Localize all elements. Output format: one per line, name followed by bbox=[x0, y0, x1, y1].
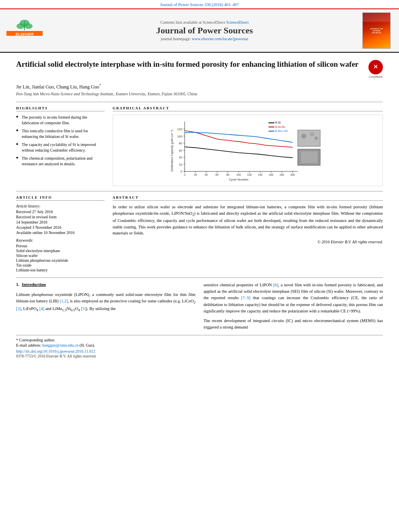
highlights-heading: HIGHLIGHTS bbox=[16, 106, 105, 111]
svg-point-49 bbox=[315, 136, 318, 140]
intro-left-text: Lithium phosphorous oxynitride (LiPON), … bbox=[16, 292, 195, 313]
legend-a-si-l-sn-line bbox=[269, 131, 274, 131]
intro-right-col: sensitive chemical properties of LiPON [… bbox=[204, 282, 383, 331]
svg-text:Cycle Number: Cycle Number bbox=[229, 178, 249, 181]
highlight-4: The chemical composition, polarization a… bbox=[16, 156, 105, 167]
svg-rect-51 bbox=[301, 151, 317, 163]
article-info-heading: ARTICLE INFO bbox=[16, 195, 105, 201]
journal-citation-bar: Journal of Power Sources 336 (2016) 401–… bbox=[0, 0, 399, 9]
footnote-section: * Corresponding author. E-mail address: … bbox=[16, 335, 383, 358]
keywords-section: Keywords: Porous Solid electrolyte inter… bbox=[16, 238, 105, 272]
svg-text:80: 80 bbox=[226, 173, 230, 176]
chart-line-a-si bbox=[185, 147, 292, 158]
ref-7-9[interactable]: [7–9] bbox=[241, 296, 251, 300]
svg-text:ELSEVIER: ELSEVIER bbox=[16, 32, 34, 36]
intro-right-text-2: The recent development of integrated cir… bbox=[204, 318, 383, 331]
chart-line-a-si-sn bbox=[185, 131, 292, 147]
svg-text:40: 40 bbox=[205, 173, 208, 176]
keyword-4: Lithium phosphorous oxynitride bbox=[16, 258, 105, 263]
keyword-2: Solid electrolyte interphase bbox=[16, 249, 105, 253]
journal-homepage-link[interactable]: www.elsevier.com/locate/jpowsour bbox=[192, 37, 248, 41]
highlight-2: This ionically conductive film is used f… bbox=[16, 128, 105, 140]
introduction-section: 1. Introduction Lithium phosphorous oxyn… bbox=[16, 282, 383, 331]
svg-text:120: 120 bbox=[177, 127, 182, 131]
ref-1-2[interactable]: [1,2] bbox=[60, 299, 68, 303]
crossmark-container: ✕ CrossMark bbox=[368, 60, 383, 79]
svg-text:180: 180 bbox=[280, 173, 284, 176]
svg-text:140: 140 bbox=[258, 173, 262, 176]
svg-text:80: 80 bbox=[179, 142, 182, 145]
svg-text:20: 20 bbox=[179, 163, 182, 166]
elsevier-logo-svg: ELSEVIER bbox=[6, 19, 43, 41]
article-info-section: ARTICLE INFO Article history: Received 2… bbox=[16, 195, 105, 273]
svg-text:0: 0 bbox=[181, 170, 182, 173]
svg-point-4 bbox=[16, 23, 25, 29]
footnote-email-line: E-mail address: hangguo@xmu.edu.cn (H. G… bbox=[16, 343, 383, 347]
journal-citation: Journal of Power Sources 336 (2016) 401–… bbox=[160, 2, 239, 7]
svg-text:200: 200 bbox=[290, 173, 295, 176]
svg-text:0: 0 bbox=[184, 173, 185, 176]
accepted-date: Accepted 3 November 2016 bbox=[16, 225, 105, 230]
crossmark-icon: ✕ bbox=[368, 60, 383, 74]
authors: Jie Lin, Jianlai Guo, Chang Liu, Hang Gu… bbox=[16, 83, 383, 90]
keywords-label: Keywords: bbox=[16, 238, 105, 242]
chart-svg: Delithiation Capacity (μAh·cm⁻²) 0 20 40… bbox=[115, 117, 380, 182]
received-date: Received 27 July 2016 bbox=[16, 210, 105, 214]
crossmark-label: CrossMark bbox=[368, 75, 383, 79]
ref-3[interactable]: [3] bbox=[16, 306, 21, 311]
svg-text:60: 60 bbox=[216, 173, 219, 176]
elsevier-logo: ELSEVIER bbox=[6, 19, 47, 43]
journal-homepage: journal homepage: www.elsevier.com/locat… bbox=[47, 37, 362, 41]
highlight-3: The capacity and cyclability of Si is im… bbox=[16, 142, 105, 153]
ref-4[interactable]: [4] bbox=[39, 306, 44, 311]
footnote-doi-line: http://dx.doi.org/10.1016/j.jpowsour.201… bbox=[16, 349, 383, 353]
svg-point-48 bbox=[310, 132, 314, 136]
intro-section-number: 1. bbox=[16, 282, 19, 287]
abstract-heading: ABSTRACT bbox=[113, 195, 383, 201]
footnote-issn-line: 0378-7753/© 2016 Elsevier B.V. All right… bbox=[16, 354, 383, 358]
journal-cover: JOURNAL OFPOWERSOURCES bbox=[362, 12, 393, 49]
keyword-1: Porous bbox=[16, 244, 105, 248]
highlight-1: The porosity is in-situ formed during th… bbox=[16, 115, 105, 126]
divider-1 bbox=[16, 102, 383, 102]
divider-2 bbox=[16, 191, 383, 191]
ref-6[interactable]: [6] bbox=[273, 283, 278, 287]
intro-right-text-1: sensitive chemical properties of LiPON [… bbox=[204, 282, 383, 314]
svg-text:120: 120 bbox=[247, 173, 252, 176]
main-content: Artificial solid electrolyte interphase … bbox=[0, 53, 399, 366]
legend-a-si-label: A-Si bbox=[275, 121, 281, 124]
revised-date: 14 September 2016 bbox=[16, 220, 105, 224]
copyright: © 2016 Elsevier B.V. All rights reserved… bbox=[113, 240, 383, 244]
affiliation: Pen-Tung Sah Micro-Nano Science and Tech… bbox=[16, 92, 383, 96]
graphical-abstract-chart: Delithiation Capacity (μAh·cm⁻²) 0 20 40… bbox=[113, 115, 383, 186]
legend-a-si-sn-line bbox=[269, 127, 274, 127]
highlights-graphical-row: HIGHLIGHTS The porosity is in-situ forme… bbox=[16, 106, 383, 186]
abstract-text: In order to utilize silicon wafer as ele… bbox=[113, 204, 383, 236]
svg-text:100: 100 bbox=[237, 173, 241, 176]
svg-point-5 bbox=[25, 23, 33, 29]
keyword-3: Silicon wafer bbox=[16, 253, 105, 258]
doi-link[interactable]: http://dx.doi.org/10.1016/j.jpowsour.201… bbox=[16, 349, 95, 353]
svg-text:160: 160 bbox=[269, 173, 273, 176]
ref-5[interactable]: [5] bbox=[81, 306, 86, 311]
abstract-section: ABSTRACT In order to utilize silicon waf… bbox=[113, 195, 383, 273]
header-center: Contents lists available at ScienceDirec… bbox=[47, 20, 362, 41]
sciencedirect-link: Contents lists available at ScienceDirec… bbox=[47, 20, 362, 25]
svg-text:40: 40 bbox=[179, 156, 182, 159]
journal-title: Journal of Power Sources bbox=[47, 25, 362, 36]
author-star: * bbox=[99, 83, 101, 87]
sciencedirect-link-anchor[interactable]: ScienceDirect bbox=[226, 20, 249, 25]
graphical-abstract-section: GRAPHICAL ABSTRACT Delithiation Capacity… bbox=[113, 106, 383, 186]
svg-point-47 bbox=[301, 134, 306, 138]
journal-header: ELSEVIER Contents lists available at Sci… bbox=[0, 9, 399, 53]
highlights-section: HIGHLIGHTS The porosity is in-situ forme… bbox=[16, 106, 105, 186]
graphical-abstract-heading: GRAPHICAL ABSTRACT bbox=[113, 106, 383, 111]
footnote-star-line: * Corresponding author. bbox=[16, 338, 383, 342]
intro-heading: Introduction bbox=[22, 282, 46, 287]
keyword-5: Tin oxide bbox=[16, 263, 105, 267]
footnote-email-link[interactable]: hangguo@xmu.edu.cn bbox=[42, 343, 78, 347]
available-date: Available online 10 November 2016 bbox=[16, 230, 105, 235]
svg-text:60: 60 bbox=[179, 148, 182, 152]
divider-3 bbox=[16, 277, 383, 278]
legend-a-si-line bbox=[269, 122, 274, 123]
